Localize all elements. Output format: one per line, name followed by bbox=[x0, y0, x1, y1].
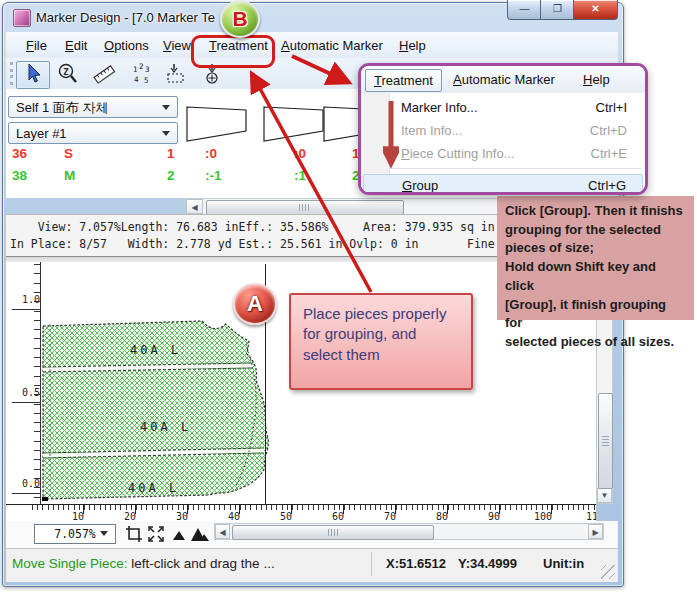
drop-rect-icon bbox=[161, 62, 191, 86]
menu-item-label: Item Info... bbox=[401, 120, 462, 142]
scroll-right-icon[interactable]: ▶ bbox=[588, 524, 603, 539]
menu-item-marker-info[interactable]: Marker Info...Ctrl+I bbox=[363, 97, 643, 119]
svg-text:5: 5 bbox=[144, 76, 149, 85]
step-a-badge: A bbox=[233, 283, 277, 325]
popup-menu-treatment[interactable]: Treatment bbox=[365, 69, 442, 92]
v-ruler-line bbox=[40, 262, 41, 504]
minimize-button[interactable]: — bbox=[507, 0, 542, 20]
zoom-z-icon: Z bbox=[53, 62, 83, 86]
size-cell: :0 bbox=[205, 146, 217, 161]
menu-item-label: Marker Info... bbox=[401, 97, 478, 119]
step-b-badge: B bbox=[220, 0, 260, 38]
chevron-down-icon[interactable] bbox=[100, 531, 108, 540]
size-cell: :0 bbox=[294, 146, 306, 161]
popup-menu-bar: TreatmentAutomatic MarkerHelp bbox=[361, 66, 645, 94]
crop-frame-icon[interactable] bbox=[124, 524, 144, 544]
svg-text:Z: Z bbox=[63, 67, 69, 77]
h-ruler: 102030405060708090100110 bbox=[6, 504, 596, 522]
h-ruler-minor-ticks bbox=[32, 505, 596, 510]
layer-dropdown[interactable]: Layer #1 bbox=[8, 122, 178, 144]
fabric-dropdown-value: Self 1 面布 자체 bbox=[16, 100, 108, 115]
popup-menu-items: Marker Info...Ctrl+IItem Info...Ctrl+DPi… bbox=[361, 93, 645, 192]
chevron-down-icon bbox=[162, 105, 170, 114]
menu-options[interactable]: Options bbox=[100, 36, 153, 55]
scroll-left-icon[interactable]: ◀ bbox=[215, 524, 230, 539]
size-cell: :-1 bbox=[205, 168, 222, 183]
scroll-left-icon[interactable]: ◀ bbox=[186, 199, 203, 214]
size-cell: 2 bbox=[167, 168, 175, 183]
size-cell: 1 bbox=[167, 146, 175, 161]
layer-dropdown-value: Layer #1 bbox=[16, 126, 67, 141]
sequence-numbers-icon: 1 2 3 4 5 bbox=[125, 62, 155, 86]
menu-help[interactable]: Help bbox=[395, 36, 430, 55]
piece-sequence-tool[interactable]: 1 2 3 4 5 bbox=[124, 61, 158, 89]
scrollbar-thumb[interactable] bbox=[232, 525, 434, 540]
size-cell: 36 bbox=[12, 146, 27, 161]
status-divider bbox=[371, 552, 372, 576]
callout-group-instruction: Click [Group]. Then it finishs grouping … bbox=[497, 196, 694, 320]
unit-value: Unit:in bbox=[543, 556, 584, 571]
v-ruler-label: 0.5 bbox=[12, 387, 40, 403]
menu-view[interactable]: View bbox=[159, 36, 195, 55]
canvas-h-scrollbar[interactable]: ◀ ▶ bbox=[214, 523, 604, 540]
cursor-y-value: Y:34.4999 bbox=[458, 556, 517, 571]
info-line-1: View: 7.057%Length: 76.683 inEff.: 35.58… bbox=[10, 220, 509, 234]
menu-item-label: Group bbox=[402, 175, 438, 195]
size-cell: M bbox=[64, 168, 75, 183]
menu-item-shortcut: Ctrl+G bbox=[588, 175, 626, 195]
callout-place-pieces: Place pieces properly for grouping, and … bbox=[289, 293, 473, 390]
pattern-piece-group[interactable]: 40A L 40A L 40A L bbox=[42, 318, 272, 504]
scrollbar-thumb[interactable] bbox=[598, 393, 613, 489]
menu-automatic-marker[interactable]: Automatic Marker bbox=[277, 36, 387, 55]
piece-thumbnail[interactable] bbox=[263, 104, 325, 144]
menu-item-piece-cutting-info[interactable]: Piece Cutting Info...Ctrl+E bbox=[363, 143, 643, 165]
treatment-highlight-box bbox=[191, 35, 275, 68]
measure-tool[interactable] bbox=[88, 61, 122, 89]
size-cell: :1 bbox=[294, 168, 306, 183]
piece-label: 40A L bbox=[128, 481, 179, 495]
svg-text:3: 3 bbox=[145, 65, 150, 74]
piece-label: 40A L bbox=[130, 343, 181, 357]
scroll-down-icon[interactable]: ▼ bbox=[597, 488, 612, 503]
menu-file[interactable]: File bbox=[22, 36, 51, 55]
scrollbar-thumb[interactable] bbox=[206, 200, 404, 215]
cursor-x-value: X:51.6512 bbox=[386, 556, 446, 571]
menu-item-shortcut: Ctrl+I bbox=[596, 97, 627, 119]
restore-button[interactable]: ❐ bbox=[540, 0, 575, 20]
menu-item-group[interactable]: GroupCtrl+G bbox=[363, 174, 643, 195]
arrow-down-to-group bbox=[383, 98, 399, 180]
menu-item-label: Piece Cutting Info... bbox=[401, 143, 514, 165]
menu-edit[interactable]: Edit bbox=[61, 36, 91, 55]
treatment-menu-popup: TreatmentAutomatic MarkerHelp Marker Inf… bbox=[358, 63, 648, 195]
size-cell: 38 bbox=[12, 168, 27, 183]
menu-bar: FileEditOptionsViewTreatmentAutomatic Ma… bbox=[6, 32, 618, 59]
popup-menu-automatic-marker[interactable]: Automatic Marker bbox=[445, 69, 563, 90]
ruler-icon bbox=[89, 62, 119, 86]
piece-label: 40A L bbox=[140, 420, 191, 434]
size-cell: S bbox=[64, 146, 73, 161]
info-line-2: In Place: 8/57 Width: 2.778 yd Est.: 25.… bbox=[10, 237, 509, 251]
close-button[interactable]: ✕ bbox=[573, 0, 618, 20]
svg-text:2: 2 bbox=[139, 62, 144, 71]
zoom-tool[interactable]: Z bbox=[52, 61, 86, 89]
menu-item-shortcut: Ctrl+D bbox=[590, 120, 627, 142]
v-ruler-label: 1.0 bbox=[12, 294, 40, 310]
resize-grip[interactable] bbox=[601, 565, 615, 579]
page: Marker Design - [7.0 Marker Te — ❐ ✕ Fil… bbox=[0, 0, 697, 594]
status-mode-text: Move Single Piece: left-click and drag t… bbox=[12, 556, 275, 571]
select-cursor-tool[interactable] bbox=[16, 61, 50, 89]
preview-large-icon[interactable] bbox=[190, 524, 210, 544]
menu-item-item-info[interactable]: Item Info...Ctrl+D bbox=[363, 120, 643, 142]
window-title: Marker Design - [7.0 Marker Te bbox=[36, 10, 215, 25]
svg-text:4: 4 bbox=[134, 75, 139, 84]
popup-menu-help[interactable]: Help bbox=[575, 69, 618, 90]
fabric-dropdown[interactable]: Self 1 面布 자체 bbox=[8, 96, 178, 118]
menu-item-shortcut: Ctrl+E bbox=[591, 143, 627, 165]
app-icon bbox=[13, 9, 31, 27]
fit-screen-icon[interactable] bbox=[146, 524, 166, 544]
piece-thumbnail[interactable] bbox=[186, 104, 248, 144]
preview-small-icon[interactable] bbox=[170, 524, 190, 544]
svg-text:1: 1 bbox=[133, 65, 138, 74]
place-piece-tool[interactable] bbox=[160, 61, 194, 89]
status-hint-text: left-click and drag the ... bbox=[128, 556, 275, 571]
